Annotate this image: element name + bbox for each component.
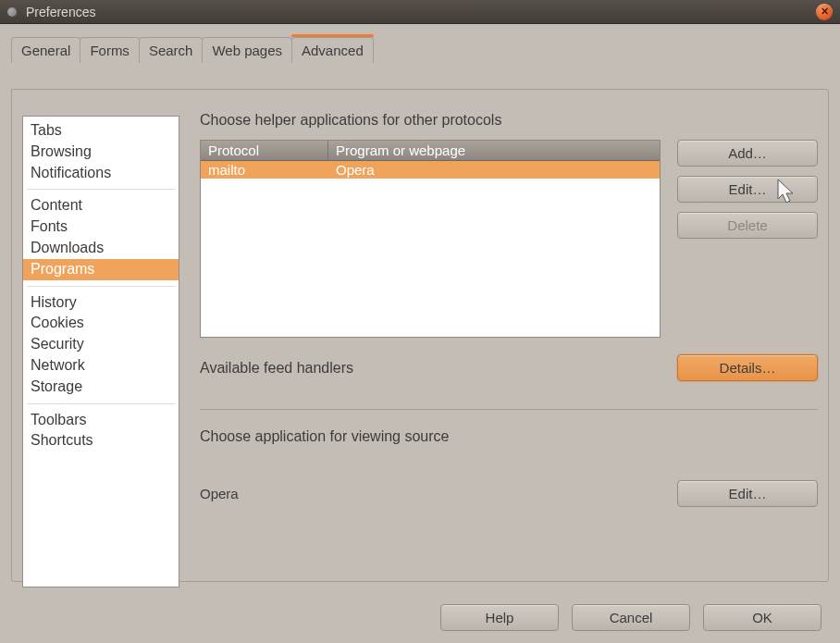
protocol-list-header: Protocol Program or webpage [201,141,660,161]
client-area: General Forms Search Web pages Advanced … [0,24,840,643]
advanced-sidebar: Tabs Browsing Notifications Content Font… [22,116,179,587]
ok-button[interactable]: OK [703,604,821,631]
add-button[interactable]: Add… [677,140,818,167]
col-header-program[interactable]: Program or webpage [328,141,660,160]
protocol-list[interactable]: Protocol Program or webpage mailto Opera [200,140,661,338]
close-icon[interactable]: ✕ [816,4,833,20]
source-row: Opera Edit… [200,480,818,507]
sidebar-item-shortcuts[interactable]: Shortcuts [23,430,179,451]
protocol-row[interactable]: mailto Opera [201,161,660,179]
delete-button: Delete [677,212,818,239]
tab-search[interactable]: Search [139,37,204,63]
source-heading: Choose application for viewing source [200,428,818,445]
source-app-label: Opera [200,486,239,501]
preferences-window: Preferences ✕ General Forms Search Web p… [0,0,840,643]
sidebar-item-security[interactable]: Security [23,334,179,355]
sidebar-item-notifications[interactable]: Notifications [23,163,179,184]
sidebar-item-cookies[interactable]: Cookies [23,313,179,334]
edit-protocol-button[interactable]: Edit… [677,176,818,203]
sidebar-separator [27,286,175,287]
cancel-button[interactable]: Cancel [572,604,690,631]
protocols-heading: Choose helper applications for other pro… [200,112,818,129]
col-header-protocol[interactable]: Protocol [201,141,328,160]
sidebar-item-storage[interactable]: Storage [23,377,179,398]
sidebar-separator [27,403,175,404]
protocol-buttons: Add… Edit… Delete [677,140,818,338]
feed-row: Available feed handlers Details… [200,354,818,381]
sidebar-item-browsing[interactable]: Browsing [23,142,179,163]
divider [200,409,818,410]
window-system-icon [7,7,17,17]
tab-bar: General Forms Search Web pages Advanced [0,24,840,63]
sidebar-item-programs[interactable]: Programs [23,259,179,280]
sidebar-item-content[interactable]: Content [23,195,179,216]
protocol-cell-program: Opera [328,161,660,179]
tab-advanced[interactable]: Advanced [291,37,374,63]
protocols-row: Protocol Program or webpage mailto Opera… [200,140,818,338]
edit-source-button[interactable]: Edit… [677,480,818,507]
titlebar: Preferences ✕ [0,0,840,24]
sidebar-item-history[interactable]: History [23,292,179,314]
sidebar-item-tabs[interactable]: Tabs [23,120,179,142]
sidebar-item-downloads[interactable]: Downloads [23,238,179,259]
sidebar-item-fonts[interactable]: Fonts [23,216,179,238]
protocol-cell-protocol: mailto [201,161,328,179]
tab-forms[interactable]: Forms [80,37,140,63]
details-button[interactable]: Details… [677,354,818,381]
feed-heading: Available feed handlers [200,360,353,377]
tab-general[interactable]: General [11,37,80,63]
window-title: Preferences [26,5,816,19]
sidebar-item-network[interactable]: Network [23,355,179,377]
help-button[interactable]: Help [440,604,559,631]
dialog-footer: Help Cancel OK [0,591,840,643]
tab-web-pages[interactable]: Web pages [202,37,292,63]
sidebar-item-toolbars[interactable]: Toolbars [23,410,179,431]
programs-pane: Choose helper applications for other pro… [179,101,818,570]
sidebar-separator [27,189,175,190]
panel-area: Tabs Browsing Notifications Content Font… [11,90,829,581]
